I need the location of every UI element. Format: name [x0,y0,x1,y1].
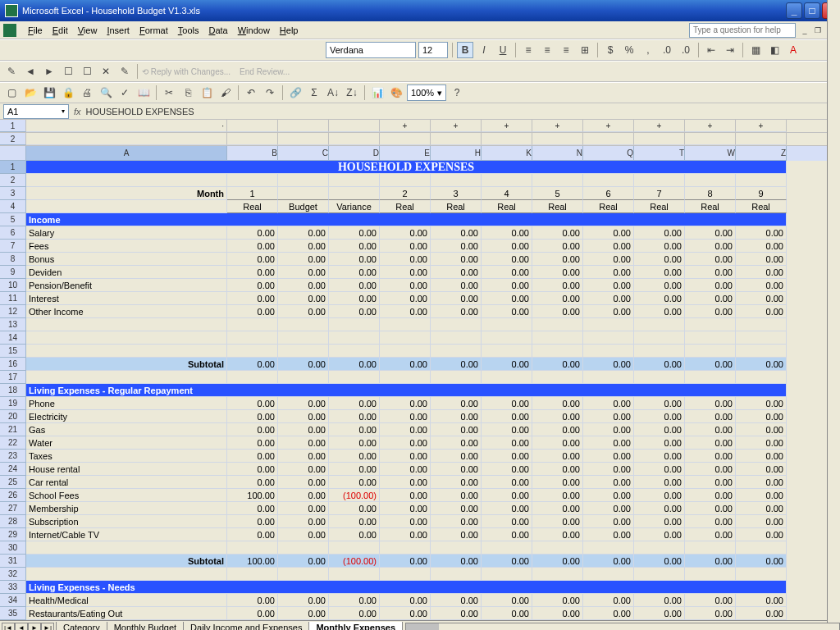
cell[interactable]: 0.00 [329,266,380,279]
cell[interactable]: 0.00 [482,305,532,318]
font-size-select[interactable]: 12 [418,42,448,58]
outline-level-1[interactable]: 1 [0,120,26,132]
cell[interactable]: 0.00 [583,410,634,423]
vertical-scrollbar[interactable] [827,0,840,630]
section-header[interactable]: Living Expenses - Regular Repayment [26,384,787,397]
cell[interactable]: 0.00 [380,489,431,502]
cell[interactable] [26,318,227,331]
cell[interactable]: 0.00 [634,594,685,607]
cell[interactable] [431,568,482,581]
cell[interactable]: 0.00 [532,410,583,423]
cell[interactable]: 0.00 [583,305,634,318]
cell[interactable] [736,541,787,555]
cell[interactable]: 0.00 [329,253,380,266]
cell[interactable]: 0.00 [583,253,634,266]
cell[interactable]: 0.00 [532,555,583,568]
outline-expand-button[interactable]: + [482,120,532,132]
cell[interactable]: 4 [482,187,532,200]
cell[interactable]: 0.00 [685,515,736,528]
cell[interactable]: 0.00 [482,423,532,436]
cell[interactable]: 0.00 [329,476,380,489]
col-header-A[interactable]: A [26,146,227,161]
cell[interactable] [431,541,482,555]
cut-button[interactable]: ✂ [161,84,177,101]
cell[interactable]: 0.00 [431,397,482,410]
increase-decimal-button[interactable]: .0 [659,42,675,58]
cell[interactable]: 0.00 [583,240,634,253]
cell[interactable]: 0.00 [583,358,634,371]
cell[interactable] [329,541,380,555]
row-header-14[interactable]: 14 [0,331,26,345]
cell[interactable] [532,331,583,345]
menu-view[interactable]: View [73,24,103,37]
cell[interactable]: 0.00 [685,528,736,541]
row-header-11[interactable]: 11 [0,292,26,305]
cell[interactable]: House rental [26,463,227,476]
cell[interactable]: 0.00 [583,226,634,240]
cell[interactable] [431,331,482,345]
cell[interactable]: 0.00 [380,515,431,528]
ink-button[interactable]: ✎ [116,63,133,80]
cell[interactable]: 0.00 [583,463,634,476]
cell[interactable]: Real [431,200,482,213]
cell[interactable]: 0.00 [482,502,532,515]
cell[interactable] [227,331,278,345]
title-cell[interactable]: HOUSEHOLD EXPENSES [26,161,787,174]
cell[interactable]: 0.00 [380,555,431,568]
percent-button[interactable]: % [621,42,637,58]
cell[interactable]: 0.00 [634,476,685,489]
borders-button[interactable]: ▦ [747,42,764,58]
cell[interactable]: 0.00 [278,423,329,436]
cell[interactable]: 0.00 [685,266,736,279]
row-header-12[interactable]: 12 [0,305,26,318]
outline-expand-button[interactable] [329,120,380,132]
cell[interactable]: Fees [26,240,227,253]
row-header-9[interactable]: 9 [0,266,26,279]
cell[interactable]: 0.00 [634,410,685,423]
cell[interactable]: 0.00 [532,450,583,463]
cell[interactable]: 0.00 [685,502,736,515]
cell[interactable]: 0.00 [736,489,787,502]
col-header-Z[interactable]: Z [736,146,787,161]
cell[interactable]: 0.00 [278,463,329,476]
cell[interactable]: 0.00 [685,279,736,292]
row-header-8[interactable]: 8 [0,253,26,266]
cell[interactable] [583,568,634,581]
cell[interactable] [380,174,431,187]
cell[interactable]: 0.00 [685,555,736,568]
cell[interactable]: 0.00 [227,266,278,279]
cell[interactable]: 0.00 [431,436,482,450]
cell[interactable]: 0.00 [482,489,532,502]
cell[interactable] [227,568,278,581]
outline-expand-button[interactable]: + [532,120,583,132]
cell[interactable]: 0.00 [227,358,278,371]
cell[interactable]: 0.00 [278,489,329,502]
cell[interactable]: 0.00 [482,226,532,240]
cell[interactable]: 0.00 [227,594,278,607]
cell[interactable] [532,371,583,384]
preview-button[interactable]: 🔍 [98,84,114,101]
cell[interactable]: 0.00 [685,450,736,463]
cell[interactable]: 0.00 [227,240,278,253]
cell[interactable]: 0.00 [278,410,329,423]
cell[interactable] [482,568,532,581]
cell[interactable]: 0.00 [227,423,278,436]
chart-button[interactable]: 📊 [369,84,386,101]
cell[interactable]: Restaurants/Eating Out [26,607,227,620]
cell[interactable]: 0.00 [532,266,583,279]
cell[interactable]: 0.00 [532,607,583,620]
cell[interactable]: 0.00 [634,502,685,515]
cell[interactable]: 0.00 [278,397,329,410]
cell[interactable]: 0.00 [329,450,380,463]
cell[interactable]: 0.00 [583,502,634,515]
cell[interactable]: Membership [26,502,227,515]
cell[interactable]: 0.00 [482,410,532,423]
cell[interactable] [278,174,329,187]
print-button[interactable]: 🖨 [79,84,95,101]
cell[interactable]: 0.00 [736,240,787,253]
cell[interactable] [736,568,787,581]
cell[interactable]: 0.00 [278,607,329,620]
new-comment-button[interactable]: ✎ [3,63,20,80]
cell[interactable] [685,345,736,358]
sheet-tab-monthly-expenses[interactable]: Monthly Expenses [308,622,403,630]
